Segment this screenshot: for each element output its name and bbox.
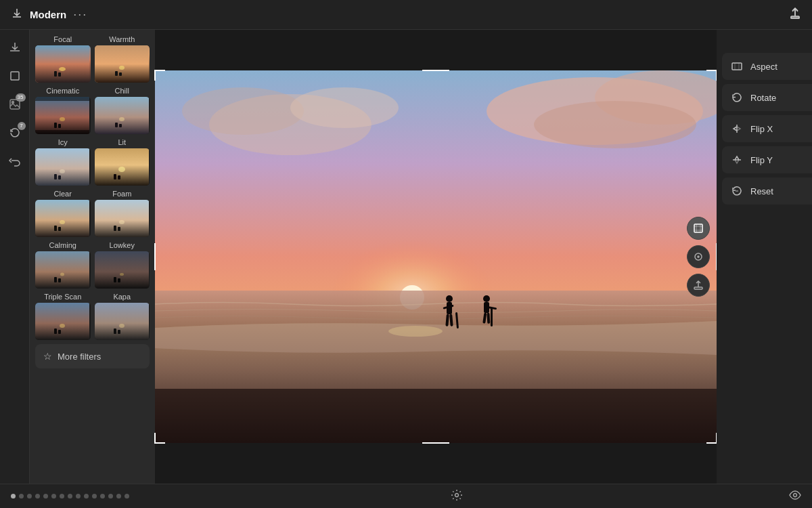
- flipy-button[interactable]: Flip Y: [722, 146, 812, 173]
- filter-calming[interactable]: Calming: [35, 241, 91, 289]
- crop-handle-bottom[interactable]: [422, 442, 449, 444]
- dot-0[interactable]: [11, 494, 16, 499]
- filter-lit[interactable]: Lit: [95, 138, 150, 186]
- filter-triplescan-thumb: [35, 303, 91, 340]
- filter-chill-thumb: [95, 97, 150, 134]
- dot-5[interactable]: [51, 494, 56, 499]
- more-filters-button[interactable]: ☆ More filters: [35, 344, 150, 368]
- filter-lit-thumb: [95, 148, 150, 186]
- svg-rect-1: [11, 72, 19, 80]
- svg-point-62: [290, 87, 399, 128]
- aspect-button[interactable]: Aspect: [722, 53, 812, 80]
- filter-foam[interactable]: Foam: [95, 190, 150, 237]
- dot-1[interactable]: [19, 494, 24, 499]
- dot-2[interactable]: [27, 494, 32, 499]
- svg-point-104: [698, 256, 699, 257]
- dot-10[interactable]: [92, 494, 97, 499]
- svg-rect-22: [35, 148, 89, 186]
- dot-13[interactable]: [116, 494, 121, 499]
- svg-point-31: [60, 220, 65, 224]
- filter-lit-label: Lit: [95, 138, 150, 146]
- filters-panel: Focal Warmth: [30, 30, 155, 484]
- filter-lowkey-label: Lowkey: [95, 241, 150, 249]
- filter-foam-label: Foam: [95, 190, 150, 198]
- flipx-label: Flip X: [750, 124, 773, 134]
- reset-button[interactable]: Reset: [722, 177, 812, 205]
- settings-icon[interactable]: [451, 489, 463, 503]
- svg-rect-11: [119, 72, 122, 76]
- crop-handle-left[interactable]: [154, 243, 156, 270]
- svg-rect-7: [58, 72, 61, 77]
- crop-handle-top[interactable]: [422, 70, 449, 71]
- svg-rect-32: [54, 226, 57, 231]
- crop-handle-br[interactable]: [706, 433, 717, 444]
- sidebar-image[interactable]: 35: [3, 92, 27, 117]
- flipy-label: Flip Y: [750, 155, 773, 165]
- top-bar: Modern ···: [0, 0, 812, 30]
- svg-rect-12: [35, 97, 89, 134]
- svg-rect-21: [119, 124, 122, 127]
- svg-rect-106: [732, 63, 742, 70]
- aspect-icon: [730, 60, 744, 73]
- svg-rect-42: [95, 251, 149, 289]
- dot-4[interactable]: [43, 494, 48, 499]
- filter-calming-label: Calming: [35, 241, 91, 249]
- dot-9[interactable]: [84, 494, 89, 499]
- share-icon[interactable]: [789, 7, 801, 22]
- dot-11[interactable]: [100, 494, 105, 499]
- filter-clear[interactable]: Clear: [35, 190, 91, 237]
- more-options-icon[interactable]: ···: [73, 7, 87, 22]
- rotate-icon: [730, 91, 744, 104]
- filter-calming-thumb: [35, 251, 91, 289]
- dot-14[interactable]: [125, 494, 129, 499]
- sidebar-download[interactable]: [3, 35, 27, 60]
- dot-7[interactable]: [68, 494, 72, 499]
- more-filters-label: More filters: [58, 352, 101, 362]
- svg-rect-14: [35, 130, 89, 134]
- filter-triplescan[interactable]: Triple Scan: [35, 293, 91, 340]
- dot-8[interactable]: [76, 494, 81, 499]
- filter-kapa[interactable]: Kapa: [95, 293, 150, 340]
- dot-6[interactable]: [60, 494, 64, 499]
- filter-warmth-thumb: [95, 45, 150, 83]
- filter-icy-label: Icy: [35, 138, 91, 146]
- dots-container: [11, 494, 129, 499]
- crop-circle-button[interactable]: [687, 217, 710, 240]
- filter-triplescan-label: Triple Scan: [35, 293, 91, 301]
- download-icon[interactable]: [11, 7, 23, 22]
- brush-circle-button[interactable]: [687, 245, 710, 268]
- crop-handle-tr[interactable]: [706, 70, 717, 81]
- flipx-button[interactable]: Flip X: [722, 115, 812, 142]
- sidebar-undo[interactable]: [3, 149, 27, 173]
- filter-focal[interactable]: Focal: [35, 35, 91, 83]
- filter-kapa-label: Kapa: [95, 293, 150, 301]
- rotate-label: Rotate: [750, 93, 776, 103]
- filter-icy[interactable]: Icy: [35, 138, 91, 186]
- eye-icon[interactable]: [789, 489, 801, 503]
- filter-cinematic[interactable]: Cinematic: [35, 87, 91, 134]
- filter-warmth[interactable]: Warmth: [95, 35, 150, 83]
- filter-cinematic-label: Cinematic: [35, 87, 91, 95]
- dot-3[interactable]: [35, 494, 40, 499]
- filter-clear-label: Clear: [35, 190, 91, 198]
- svg-rect-36: [114, 226, 116, 231]
- crop-handle-bl[interactable]: [154, 433, 165, 444]
- svg-rect-45: [118, 278, 120, 282]
- svg-point-15: [60, 117, 65, 121]
- sidebar-history[interactable]: 7: [3, 121, 27, 145]
- svg-rect-34: [95, 200, 149, 237]
- svg-point-35: [119, 220, 125, 224]
- svg-rect-24: [54, 174, 57, 179]
- filter-chill[interactable]: Chill: [95, 87, 150, 134]
- svg-rect-53: [118, 330, 120, 334]
- sidebar-layers[interactable]: [3, 64, 27, 88]
- flipx-icon: [730, 122, 744, 135]
- dot-12[interactable]: [108, 494, 113, 499]
- crop-handle-tl[interactable]: [154, 70, 165, 81]
- rotate-button[interactable]: Rotate: [722, 84, 812, 111]
- bottom-bar: [0, 484, 812, 508]
- svg-rect-102: [694, 224, 702, 232]
- svg-point-72: [483, 295, 490, 302]
- filter-lowkey[interactable]: Lowkey: [95, 241, 150, 289]
- export-circle-button[interactable]: [687, 274, 710, 297]
